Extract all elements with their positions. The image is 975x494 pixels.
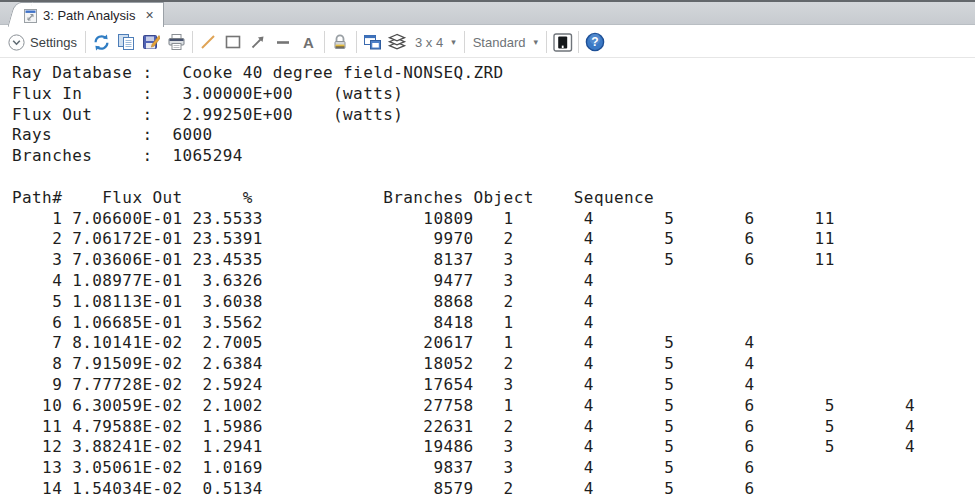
rectangle-annotation-icon xyxy=(224,33,242,51)
tab-bar: 3: Path Analysis × xyxy=(0,0,975,27)
analysis-window-icon xyxy=(24,8,37,23)
path-analysis-window: 3: Path Analysis × Settings xyxy=(0,0,975,494)
toolbar-separator xyxy=(464,31,465,53)
invert-display-icon xyxy=(553,33,573,52)
refresh-icon xyxy=(92,33,111,52)
help-button[interactable]: ? xyxy=(582,29,607,55)
toolbar-separator xyxy=(324,31,325,53)
text-annotation-icon: A xyxy=(303,34,314,51)
line-annotation-icon xyxy=(199,33,217,51)
help-icon: ? xyxy=(585,32,605,52)
chevron-down-icon: ▾ xyxy=(451,37,456,47)
grid-size-dropdown[interactable]: 3 x 4▾ xyxy=(410,29,461,55)
toolbar-separator xyxy=(546,31,547,53)
text-tool-button[interactable]: A xyxy=(296,29,321,55)
lock-icon xyxy=(332,33,348,51)
tab-path-analysis[interactable]: 3: Path Analysis × xyxy=(20,2,164,27)
toolbar: Settings xyxy=(0,27,975,58)
toolbar-separator xyxy=(578,31,579,53)
display-style-dropdown[interactable]: Standard▾ xyxy=(468,29,543,55)
invert-colors-button[interactable] xyxy=(550,29,575,55)
overlapping-windows-icon xyxy=(363,34,382,51)
path-analysis-text: Ray Database : Cooke 40 degree field-NON… xyxy=(0,58,975,494)
grid-size-label: 3 x 4 xyxy=(415,35,443,50)
toolbar-separator xyxy=(192,31,193,53)
draw-arrow-tool-button[interactable] xyxy=(246,29,271,55)
stacked-layers-icon xyxy=(387,33,407,51)
copy-button[interactable] xyxy=(114,29,139,55)
chevron-down-circle-icon xyxy=(8,34,25,51)
settings-button[interactable]: Settings xyxy=(3,29,82,55)
draw-dash-tool-button[interactable] xyxy=(271,29,296,55)
toolbar-separator xyxy=(85,31,86,53)
save-icon xyxy=(142,33,160,51)
tab-close-icon[interactable]: × xyxy=(146,8,154,22)
arrow-annotation-icon xyxy=(249,33,267,51)
window-placement-button[interactable] xyxy=(360,29,385,55)
save-button[interactable] xyxy=(139,29,164,55)
tab-title: 3: Path Analysis xyxy=(43,8,136,23)
copy-icon xyxy=(117,33,135,51)
svg-text:?: ? xyxy=(591,35,598,49)
draw-line-tool-button[interactable] xyxy=(196,29,221,55)
dash-annotation-icon xyxy=(274,33,292,51)
chevron-down-icon: ▾ xyxy=(533,37,538,47)
settings-label: Settings xyxy=(30,35,77,50)
refresh-button[interactable] xyxy=(89,29,114,55)
print-button[interactable] xyxy=(164,29,189,55)
lock-button[interactable] xyxy=(328,29,353,55)
layers-button[interactable] xyxy=(385,29,410,55)
toolbar-separator xyxy=(356,31,357,53)
display-style-label: Standard xyxy=(473,35,526,50)
print-icon xyxy=(167,33,186,51)
report-area: Ray Database : Cooke 40 degree field-NON… xyxy=(0,58,975,494)
draw-rectangle-tool-button[interactable] xyxy=(221,29,246,55)
